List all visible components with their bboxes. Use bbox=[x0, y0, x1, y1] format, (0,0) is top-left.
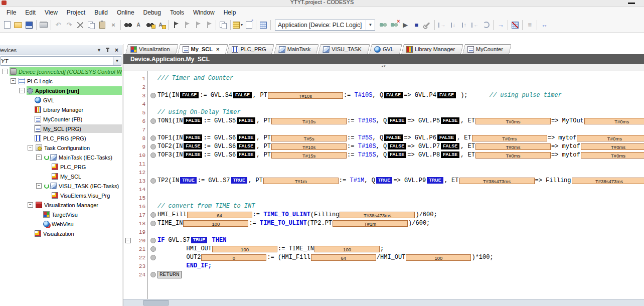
tree-expander-icon[interactable]: − bbox=[2, 69, 8, 74]
save-button[interactable] bbox=[24, 20, 35, 31]
watch-list-button[interactable]: ≡ bbox=[524, 20, 535, 31]
breakpoint-position-icon[interactable] bbox=[150, 246, 156, 252]
tree-item-visualization-manager[interactable]: −Visualization Manager bbox=[0, 200, 122, 210]
code-line-content[interactable]: HMI_OUT100:= TIME_IN100; bbox=[157, 245, 644, 253]
step-into-button[interactable]: ↓ bbox=[447, 20, 458, 31]
step-over-button[interactable]: → bbox=[436, 20, 447, 31]
tree-item-library-manager[interactable]: Library Manager bbox=[0, 105, 122, 114]
inline-monitor-value[interactable]: T#38s473ms bbox=[459, 178, 535, 184]
code-line-13[interactable]: 13TP2(INTRUE:= GVL.S7TRUE, PTT#1m:= T#1M… bbox=[123, 177, 644, 185]
breakpoint-position-icon[interactable] bbox=[150, 212, 156, 218]
print-button[interactable] bbox=[38, 20, 49, 31]
code-line-content[interactable]: TOF3(INFALSE:= GVL.S6FALSE, PTT#15s:= T#… bbox=[157, 151, 644, 160]
menu-tools[interactable]: Tools bbox=[166, 8, 189, 17]
code-line-3[interactable]: 3TP1(INFALSE:= GVL.S4FALSE, PTT#10s:= T#… bbox=[123, 91, 644, 100]
tree-item-my-scl-prg[interactable]: My_SCL (PRG) bbox=[0, 124, 122, 133]
inline-monitor-value[interactable]: T#0ms bbox=[577, 135, 644, 141]
code-line-10[interactable]: 10TOF3(INFALSE:= GVL.S6FALSE, PTT#15s:= … bbox=[123, 151, 644, 160]
tab-library-manager[interactable]: Library Manager bbox=[401, 44, 461, 54]
breakpoint-margin[interactable] bbox=[148, 152, 157, 158]
breakpoint-margin[interactable] bbox=[148, 246, 157, 252]
menu-file[interactable]: File bbox=[2, 8, 21, 17]
breakpoint-margin[interactable] bbox=[148, 135, 157, 141]
paste-button[interactable] bbox=[97, 20, 108, 31]
inline-monitor-value[interactable]: 100 bbox=[314, 246, 380, 252]
inline-monitor-value[interactable]: 100 bbox=[406, 254, 471, 261]
tree-item-mycounter-fb[interactable]: MyCounter (FB) bbox=[0, 114, 122, 124]
inline-monitor-value[interactable]: T#10s bbox=[271, 143, 347, 150]
tree-item-visuelems-visu-prg[interactable]: VisuElems.Visu_Prg bbox=[0, 191, 122, 200]
tree-item-plc-prg-prg[interactable]: PLC_PRG (PRG) bbox=[0, 133, 122, 143]
sync-button[interactable]: ↔ bbox=[539, 20, 550, 31]
code-line-content[interactable]: TON1(INFALSE:= GVL.S5FALSE, PTT#10s:= T#… bbox=[157, 117, 644, 125]
replace-in-project-button[interactable] bbox=[155, 20, 167, 31]
code-line-content[interactable]: TP1(INFALSE:= GVL.S4FALSE, PTT#10s:= T#1… bbox=[157, 91, 644, 100]
tree-expander-icon[interactable]: − bbox=[36, 155, 42, 160]
tree-item-visu-task-iec-tasks[interactable]: −VISU_TASK (IEC-Tasks) bbox=[0, 181, 122, 191]
code-line-12[interactable]: 12 bbox=[123, 168, 644, 177]
breakpoint-position-icon[interactable] bbox=[150, 178, 156, 184]
fold-collapse-icon[interactable]: − bbox=[125, 238, 131, 243]
insert-object-button[interactable]: ▾ bbox=[232, 20, 243, 31]
inline-monitor-value[interactable]: T#38s473ms bbox=[340, 212, 415, 218]
tree-item-gvl[interactable]: GVL bbox=[0, 95, 122, 105]
breakpoint-position-icon[interactable] bbox=[150, 93, 156, 98]
inline-monitor-value[interactable]: T#10s bbox=[271, 118, 347, 124]
combo-dropdown-icon[interactable]: ▼ bbox=[366, 20, 372, 30]
dropdown-caret-icon[interactable]: ▾ bbox=[241, 23, 243, 27]
new-pou-button[interactable] bbox=[243, 20, 254, 31]
tree-expander-icon[interactable]: − bbox=[11, 78, 16, 84]
application-selector[interactable]: Application [Device: PLC Logic]▼ bbox=[275, 20, 375, 31]
copy-button[interactable] bbox=[86, 20, 97, 31]
tree-item-plc-logic[interactable]: −PLC Logic bbox=[0, 76, 122, 86]
inline-monitor-value[interactable]: T#0ms bbox=[475, 118, 551, 124]
breakpoint-position-icon[interactable] bbox=[150, 135, 156, 141]
previous-bookmark-button[interactable] bbox=[181, 20, 192, 31]
tab-close-icon[interactable]: × bbox=[216, 46, 219, 52]
code-line-16[interactable]: 16// convert from TIME to INT bbox=[123, 202, 644, 211]
tree-expander-icon[interactable]: − bbox=[28, 202, 33, 208]
code-line-content[interactable]: TOF2(INFALSE:= GVL.S6FALSE, PTT#10s:= T#… bbox=[157, 142, 644, 151]
horizontal-scrollbar[interactable] bbox=[123, 299, 644, 306]
inline-monitor-value[interactable]: T#0ms bbox=[472, 135, 547, 141]
breakpoint-position-icon[interactable] bbox=[150, 221, 156, 226]
code-line-content[interactable]: OUT20:= (HMI_Fill64/HMI_OUT100)*100; bbox=[157, 253, 644, 262]
login-button[interactable] bbox=[378, 20, 389, 31]
tree-item-my-scl[interactable]: My_SCL bbox=[0, 172, 122, 181]
code-line-18[interactable]: 18TIME_IN100:= TIME_TO_ULINT(TP2.PTT#1m)… bbox=[123, 219, 644, 228]
code-line-8[interactable]: 8TOF1(INFALSE:= GVL.S6FALSE, PTT#5s:= T#… bbox=[123, 134, 644, 142]
tree-expander-icon[interactable]: − bbox=[28, 145, 33, 150]
edit-object-button[interactable] bbox=[218, 20, 229, 31]
code-line-17[interactable]: 17HMI_Fill64:= TIME_TO_ULINT(FillingT#38… bbox=[123, 211, 644, 219]
menu-project[interactable]: Project bbox=[62, 8, 90, 17]
delete-button[interactable]: × bbox=[108, 20, 119, 31]
tree-item-task-configuration[interactable]: −Task Configuration bbox=[0, 143, 122, 152]
new-file-button[interactable] bbox=[2, 20, 13, 31]
breakpoint-margin[interactable] bbox=[148, 212, 157, 218]
tree-expander-icon[interactable]: − bbox=[36, 183, 42, 189]
code-line-content[interactable]: END_IF; bbox=[157, 262, 644, 270]
device-repository-button[interactable] bbox=[258, 20, 269, 31]
chevron-down-icon[interactable]: ▼ bbox=[97, 48, 101, 53]
code-line-content[interactable]: IF GVL.S7TRUE THEN bbox=[157, 236, 644, 245]
breakpoint-margin[interactable] bbox=[148, 178, 157, 184]
inline-monitor-value[interactable]: 64 bbox=[187, 212, 252, 218]
replace-button[interactable] bbox=[133, 20, 144, 31]
inline-monitor-value[interactable]: 100 bbox=[183, 220, 248, 227]
splitter-handle-icon[interactable]: ▴▾ bbox=[381, 64, 386, 68]
menu-window[interactable]: Window bbox=[189, 8, 219, 17]
menu-debug[interactable]: Debug bbox=[139, 8, 166, 17]
breakpoint-margin[interactable] bbox=[148, 255, 157, 260]
inline-monitor-value[interactable]: T#0ms bbox=[581, 152, 644, 159]
single-cycle-button[interactable] bbox=[422, 20, 433, 31]
code-line-content[interactable]: TP2(INTRUE:= GVL.S7TRUE, PTT#1m:= T#1M, … bbox=[157, 177, 644, 185]
menu-online[interactable]: Online bbox=[112, 8, 139, 17]
code-line-1[interactable]: 1/// Timer and Counter bbox=[123, 74, 644, 83]
tree-item-application-run[interactable]: −Application [run] bbox=[0, 86, 122, 95]
breakpoint-margin[interactable] bbox=[148, 238, 157, 243]
tree-item-device-connected-codesys-control-win-v[interactable]: −Device [connected] (CODESYS Control Win… bbox=[0, 67, 122, 76]
code-line-21[interactable]: 21 HMI_OUT100:= TIME_IN100; bbox=[123, 245, 644, 253]
show-next-statement-button[interactable]: → bbox=[495, 20, 506, 31]
code-line-20[interactable]: −20IF GVL.S7TRUE THEN bbox=[123, 236, 644, 245]
tab-plc-prg[interactable]: PLC_PRG bbox=[227, 44, 272, 54]
